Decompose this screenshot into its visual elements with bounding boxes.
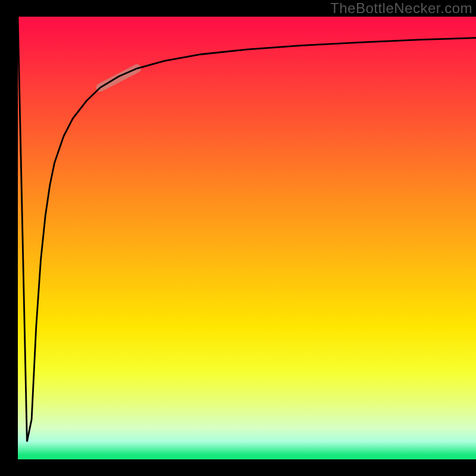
chart-frame: TheBottleNecker.com (0, 0, 476, 476)
plot-area (18, 17, 476, 459)
watermark: TheBottleNecker.com (330, 0, 472, 17)
